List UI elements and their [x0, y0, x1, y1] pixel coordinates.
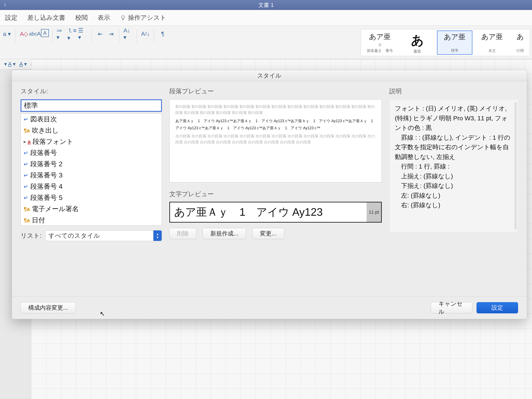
pilcrow-icon: ↵: [24, 150, 28, 156]
ribbon-tab[interactable]: 表示: [98, 13, 110, 22]
description-panel: 説明 フォント : (日) メイリオ, (英) メイリオ, (特殊) ヒラギノ明…: [389, 87, 518, 294]
paragraph-preview: 前の段落 前の段落 前の段落 前の段落 前の段落 前の段落 前の段落 前の段落 …: [169, 99, 382, 183]
style-item-label: 段落番号: [30, 148, 57, 158]
style-card[interactable]: あア亜 本文: [475, 31, 510, 55]
new-style-button[interactable]: 新規作成...: [203, 228, 246, 239]
organizer-button[interactable]: 構成内容変更...: [21, 302, 76, 313]
font-size-badge: 11 pt: [367, 203, 381, 222]
select-value: すべてのスタイル: [48, 232, 100, 240]
tool-icon[interactable]: ▾ A ▾: [4, 61, 16, 67]
tool-icon[interactable]: A ▾: [19, 61, 27, 67]
paragraph-preview-label: 段落プレビュー: [169, 87, 382, 95]
style-item-label: 段落番号 2: [30, 160, 63, 169]
description-text: フォント : (日) メイリオ, (英) メイリオ, (特殊) ヒラギノ明朝 P…: [389, 99, 518, 232]
ribbon-tab[interactable]: 設定: [5, 13, 18, 22]
multilevel-icon[interactable]: ☰ ▾: [78, 29, 88, 39]
paragraph-mark-icon[interactable]: ¶: [158, 29, 167, 39]
cancel-button[interactable]: キャンセル: [431, 302, 472, 313]
ribbon-tabs: 設定 差し込み文書 校閲 表示 操作アシスト: [0, 10, 532, 26]
paragraph-style-icon: ¶a: [24, 206, 30, 212]
pilcrow-icon: ↵: [24, 116, 28, 123]
style-list-item[interactable]: ↵段落番号: [21, 147, 162, 158]
dialog-footer: 構成内容変更... キャンセル 設定: [12, 296, 527, 319]
preview-before-text: 前の段落 前の段落 前の段落 前の段落 前の段落 前の段落 前の段落 前の段落 …: [175, 104, 376, 116]
style-card[interactable]: あア亜 ① 箇条書き 番号: [362, 31, 398, 55]
style-item-label: 図表目次: [30, 115, 57, 124]
character-preview: あア亜Ａｙ 1 アイウ Ay123 11 pt: [169, 202, 382, 222]
style-list-item[interactable]: ↵段落番号 5: [21, 192, 162, 203]
pilcrow-icon: ↵: [24, 195, 28, 201]
chevron-updown-icon: ▲▼: [153, 230, 162, 241]
style-item-label: 電子メール署名: [32, 204, 79, 214]
list-filter-select[interactable]: すべてのスタイル ▲▼: [45, 230, 162, 241]
bullets-icon[interactable]: ≔ ▾: [57, 29, 66, 39]
description-label: 説明: [389, 87, 518, 95]
character-border-icon[interactable]: A: [41, 29, 49, 37]
modify-button[interactable]: 変更...: [252, 228, 284, 239]
lightbulb-icon: [120, 15, 126, 21]
style-list-item[interactable]: ↵段落番号 4: [21, 181, 162, 192]
indent-increase-icon[interactable]: ⇥: [106, 29, 116, 39]
character-style-icon: a: [28, 139, 31, 145]
style-item-label: 段落番号 4: [30, 182, 63, 191]
preview-sample-text: あア亜Ａｙ 1 アイウ Ay123 c™あア亜Ａｙ 1 アイウ Ay123 c™…: [175, 117, 376, 132]
dialog-title: スタイル: [12, 70, 527, 81]
style-gallery: あア亜 ① 箇条書き 番号 あ 書題 あア亜 標準 あア亜 本文 あ 行間: [361, 29, 530, 56]
pilcrow-icon: ↵: [24, 184, 28, 190]
list-filter-label: リスト:: [21, 232, 42, 240]
style-list-item[interactable]: ¶a吹き出し: [21, 125, 162, 136]
style-list-item[interactable]: ↵段落番号 2: [21, 158, 162, 170]
style-card-selected[interactable]: あア亜 標準: [437, 31, 472, 55]
titlebar-left-icon: ⇩: [3, 2, 7, 7]
arrow-icon: ▸: [24, 139, 26, 145]
assist-label: 操作アシスト: [128, 13, 166, 22]
numbering-icon[interactable]: ⒈≡ ▾: [67, 29, 77, 39]
sort-icon[interactable]: A↓ ▾: [123, 29, 133, 39]
style-list-item[interactable]: ¶a電子メール署名: [21, 203, 162, 215]
style-item-label: 段落番号 5: [30, 193, 63, 203]
scrollbar[interactable]: [514, 102, 517, 230]
paragraph-style-icon: ¶a: [24, 127, 30, 134]
style-list-item[interactable]: ▸a段落フォント: [21, 136, 162, 147]
clear-format-icon[interactable]: A◇: [19, 29, 29, 39]
style-item-label: 段落番号 3: [30, 171, 63, 180]
operation-assist[interactable]: 操作アシスト: [120, 13, 166, 22]
delete-button[interactable]: 削除: [169, 228, 196, 239]
style-field-label: スタイル:: [21, 87, 162, 95]
font-color-icon[interactable]: a ▾: [2, 29, 12, 39]
pilcrow-icon: ↵: [24, 161, 28, 167]
style-card[interactable]: あ 書題: [400, 31, 435, 55]
ribbon-toolbar: a ▾ A◇ abcA A ≔ ▾ ⒈≡ ▾ ☰ ▾ ⇤ ⇥ A↓ ▾ AZ↓ …: [0, 26, 532, 59]
ribbon-tab[interactable]: 差し込み文書: [27, 13, 65, 22]
style-list-item[interactable]: ¶a日付: [21, 215, 162, 226]
window-title: 文書 1: [258, 1, 274, 9]
apply-button[interactable]: 設定: [476, 302, 518, 313]
character-sample: あア亜Ａｙ 1 アイウ Ay123: [174, 205, 323, 219]
preview-panel: 段落プレビュー 前の段落 前の段落 前の段落 前の段落 前の段落 前の段落 前の…: [169, 87, 382, 294]
styles-dialog: スタイル スタイル: ↵図表目次¶a吹き出し▸a段落フォント↵段落番号↵段落番号…: [12, 70, 527, 319]
paragraph-style-icon: ¶a: [24, 217, 30, 224]
preview-after-text: 次の段落 次の段落 次の段落 次の段落 次の段落 次の段落 次の段落 次の段落 …: [175, 133, 376, 145]
style-item-label: 段落フォント: [33, 137, 73, 146]
window-titlebar: ⇩ 文書 1: [0, 0, 532, 10]
pilcrow-icon: ↵: [24, 172, 28, 179]
style-card[interactable]: あ 行間: [512, 31, 528, 55]
style-list-item[interactable]: ↵段落番号 3: [21, 170, 162, 181]
style-list-item[interactable]: ↵図表目次: [21, 114, 162, 125]
indent-decrease-icon[interactable]: ⇤: [95, 29, 105, 39]
style-list[interactable]: ↵図表目次¶a吹き出し▸a段落フォント↵段落番号↵段落番号 2↵段落番号 3↵段…: [21, 114, 162, 226]
style-item-label: 日付: [32, 216, 45, 225]
character-preview-label: 文字プレビュー: [169, 190, 382, 198]
phonetic-guide-icon[interactable]: abcA: [30, 29, 40, 39]
az-sort-icon[interactable]: AZ↓: [141, 29, 150, 39]
style-name-input[interactable]: [21, 99, 162, 112]
cursor-icon: ↖: [100, 310, 105, 317]
ribbon-tab[interactable]: 校閲: [75, 13, 88, 22]
styles-panel: スタイル: ↵図表目次¶a吹き出し▸a段落フォント↵段落番号↵段落番号 2↵段落…: [21, 87, 162, 294]
style-item-label: 吹き出し: [32, 126, 59, 135]
